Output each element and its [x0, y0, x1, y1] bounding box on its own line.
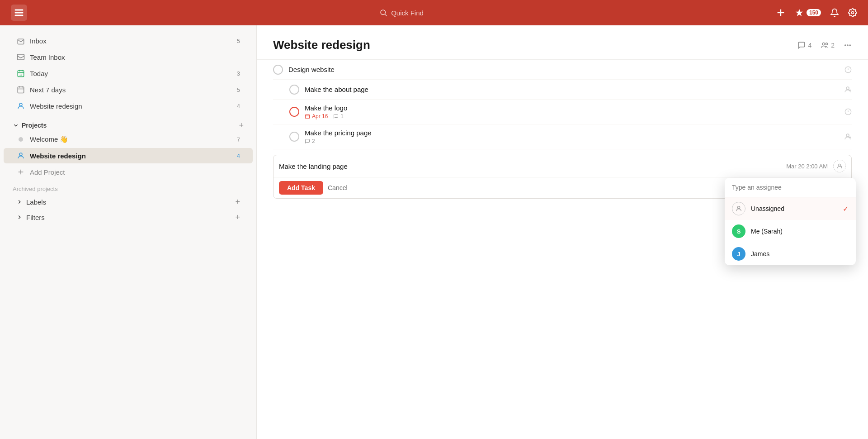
task-meta-pricing: 2 [305, 138, 838, 144]
filters-label: Filters [26, 214, 45, 221]
task-content-logo: Make the logo Apr 16 1 [305, 104, 839, 119]
assignee-search-container [725, 178, 856, 197]
members-count: 2 [831, 42, 835, 49]
svg-point-27 [847, 44, 848, 45]
task-checkbox-about-page[interactable] [289, 85, 299, 95]
topbar-actions: 150 [776, 8, 857, 18]
james-name: James [751, 250, 849, 258]
svg-point-8 [851, 12, 854, 14]
today-icon: 17 [16, 69, 25, 78]
project-header: Website redesign 4 2 [257, 25, 868, 60]
chevron-right-icon2 [16, 214, 23, 220]
comment-icon-pricing [305, 138, 310, 144]
add-task-input[interactable] [279, 162, 781, 170]
website-redesign-nav-label: Website redesign [30, 102, 82, 110]
add-filter-icon[interactable]: + [235, 213, 240, 221]
sidebar-item-labels[interactable]: Labels + [4, 195, 253, 209]
sidebar-item-website-redesign[interactable]: Website redesign 4 [4, 148, 253, 163]
sidebar-item-next7[interactable]: Next 7 days 5 [4, 82, 253, 97]
comment-count-logo: 1 [340, 113, 344, 119]
today-label: Today [30, 70, 48, 77]
assignee-option-unassigned[interactable]: Unassigned ✓ [725, 197, 856, 220]
settings-button[interactable] [848, 8, 857, 17]
info-icon[interactable] [844, 66, 852, 73]
sarah-avatar: S [732, 224, 745, 238]
info-icon2[interactable] [844, 108, 852, 115]
svg-point-32 [846, 87, 849, 90]
assign-icon2[interactable] [844, 133, 852, 141]
cancel-button[interactable]: Cancel [328, 184, 348, 191]
assignee-plus-icon [836, 163, 843, 169]
add-task-input-row: Mar 20 2:00 AM [274, 155, 851, 177]
svg-point-43 [839, 164, 841, 166]
svg-rect-15 [18, 87, 24, 93]
svg-point-19 [19, 103, 22, 106]
assignee-option-james[interactable]: J James [725, 243, 856, 265]
add-project-label: Add Project [30, 168, 65, 176]
task-content-design-website: Design website [288, 66, 839, 73]
svg-point-26 [845, 44, 846, 45]
sidebar-item-inbox[interactable]: Inbox 5 [4, 33, 253, 48]
assignee-dropdown: Unassigned ✓ S Me (Sarah) J James [725, 178, 856, 265]
comment-small-icon [333, 114, 339, 119]
project-title: Website redesign [273, 38, 370, 52]
website-redesign-count: 4 [237, 153, 240, 159]
task-checkbox-pricing[interactable] [289, 132, 299, 142]
add-task-date[interactable]: Mar 20 2:00 AM [786, 163, 828, 170]
quick-find[interactable]: Quick Find [379, 9, 424, 17]
svg-rect-9 [18, 54, 24, 60]
sidebar-item-team-inbox[interactable]: Team Inbox [4, 49, 253, 65]
sidebar-item-website-redesign-nav[interactable]: Website redesign 4 [4, 98, 253, 114]
unassigned-name: Unassigned [751, 205, 837, 212]
comment-count-pricing: 2 [312, 138, 315, 144]
topbar: Quick Find 150 [0, 0, 868, 25]
main-content: Website redesign 4 2 Desig [257, 25, 868, 439]
add-task-button[interactable]: Add Task [279, 181, 323, 195]
projects-collapse-button[interactable]: Projects [13, 122, 47, 129]
task-checkbox-design-website[interactable] [273, 65, 283, 75]
svg-point-25 [826, 43, 828, 45]
welcome-count: 7 [237, 136, 240, 143]
assignee-option-sarah[interactable]: S Me (Sarah) [725, 220, 856, 243]
comments-button[interactable]: 4 [797, 41, 811, 49]
more-icon [844, 41, 852, 49]
members-button[interactable]: 2 [821, 41, 835, 49]
task-name-logo: Make the logo [305, 104, 839, 112]
task-content-pricing: Make the pricing page 2 [305, 129, 838, 144]
more-options-button[interactable] [844, 41, 852, 49]
team-inbox-icon [16, 52, 25, 62]
website-redesign-label: Website redesign [30, 152, 86, 160]
svg-rect-35 [306, 115, 310, 119]
next7-label: Next 7 days [30, 86, 66, 94]
flag-inner-icon [292, 109, 297, 115]
task-meta-logo: Apr 16 1 [305, 113, 839, 119]
date-icon [305, 114, 310, 119]
karma-badge[interactable]: 150 [795, 8, 821, 17]
sidebar-item-today[interactable]: 17 Today 3 [4, 66, 253, 81]
welcome-dot [16, 135, 25, 144]
task-date-value: Apr 16 [312, 113, 328, 119]
sidebar-item-welcome[interactable]: Welcome 👋 7 [4, 132, 253, 147]
assignee-search-input[interactable] [732, 184, 849, 191]
person-icon [16, 101, 25, 110]
logo[interactable] [11, 5, 27, 21]
task-actions-about-page [844, 86, 852, 94]
notifications-button[interactable] [830, 8, 839, 17]
today-count: 3 [237, 70, 240, 77]
task-row: Design website [273, 60, 852, 80]
task-checkbox-logo[interactable] [289, 107, 299, 117]
add-project-item[interactable]: Add Project [4, 164, 253, 180]
project-person-icon [16, 151, 25, 160]
svg-point-20 [19, 137, 23, 142]
task-name-design-website: Design website [288, 66, 839, 73]
welcome-label: Welcome 👋 [30, 135, 68, 143]
add-task-assignee-button[interactable] [833, 160, 846, 172]
task-date: Apr 16 [305, 113, 328, 119]
task-actions-logo [844, 108, 852, 115]
sidebar-item-filters[interactable]: Filters + [4, 210, 253, 224]
add-project-icon[interactable]: + [239, 121, 244, 129]
assign-icon[interactable] [844, 86, 852, 94]
add-label-icon[interactable]: + [235, 198, 240, 206]
svg-point-40 [846, 134, 849, 137]
add-button[interactable] [776, 8, 786, 18]
